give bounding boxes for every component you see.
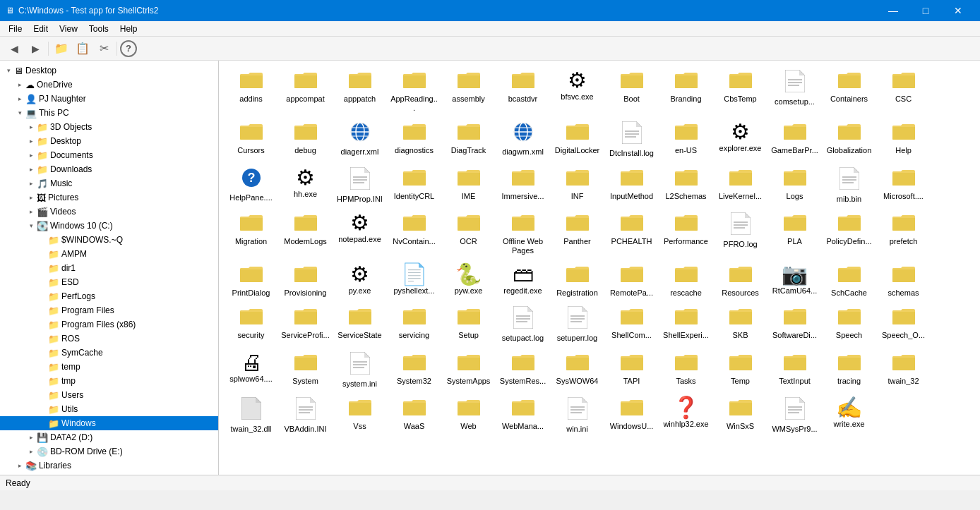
file-item[interactable]: InputMethod	[605, 164, 658, 207]
tree-toggle[interactable]: ▸	[25, 448, 37, 455]
file-item[interactable]: System	[279, 348, 332, 392]
file-item[interactable]: Setup	[442, 303, 495, 346]
file-item[interactable]: LiveKernel...	[714, 164, 767, 207]
file-item[interactable]: ⚙bfsvc.exe	[551, 66, 604, 116]
menu-view[interactable]: View	[54, 23, 83, 35]
file-item[interactable]: CSC	[877, 66, 930, 116]
tree-item[interactable]: 📁tmp	[0, 374, 218, 388]
file-item[interactable]: Branding	[659, 66, 712, 116]
menu-help[interactable]: Help	[114, 23, 143, 35]
tree-item[interactable]: ▸💾DATA2 (D:)	[0, 430, 218, 444]
tree-item[interactable]: ▾🖥Desktop	[0, 63, 218, 78]
file-item[interactable]: setuperr.log	[551, 303, 604, 346]
tree-toggle[interactable]: ▸	[25, 434, 37, 441]
file-item[interactable]: ServiceState	[333, 303, 386, 346]
file-item[interactable]: setupact.log	[496, 303, 549, 346]
tree-toggle[interactable]: ▸	[14, 81, 25, 88]
file-item[interactable]: assembly	[442, 66, 495, 116]
file-item[interactable]: system.ini	[333, 348, 386, 392]
file-item[interactable]: Resources	[714, 260, 767, 301]
file-item[interactable]: CbsTemp	[714, 66, 767, 116]
tree-item[interactable]: 📁ROS	[0, 332, 218, 346]
file-item[interactable]: GameBarPr...	[768, 118, 821, 162]
file-item[interactable]: servicing	[388, 303, 441, 346]
tree-item[interactable]: ▸📁3D Objects	[0, 120, 218, 134]
tree-toggle[interactable]: ▸	[25, 166, 37, 173]
file-item[interactable]: NvContain...	[388, 209, 441, 259]
file-item[interactable]: win.ini	[551, 394, 604, 437]
tree-toggle[interactable]: ▸	[25, 194, 37, 201]
file-item[interactable]: prefetch	[877, 209, 930, 259]
file-item[interactable]: VBAddin.INI	[279, 394, 332, 437]
tree-item[interactable]: 📁Users	[0, 388, 218, 402]
tree-item[interactable]: 📁ESD	[0, 275, 218, 289]
file-item[interactable]: Containers	[823, 66, 876, 116]
file-item[interactable]: AppReading...	[388, 66, 441, 116]
forward-button[interactable]: ▶	[25, 40, 45, 58]
file-item[interactable]: Web	[442, 394, 495, 437]
tree-item[interactable]: 📁$WINDOWS.~Q	[0, 233, 218, 247]
tree-toggle[interactable]: ▸	[25, 138, 37, 145]
file-item[interactable]: comsetup...	[768, 66, 821, 116]
file-item[interactable]: apppatch	[333, 66, 386, 116]
file-item[interactable]: SKB	[714, 303, 767, 346]
file-item[interactable]: Globalization	[823, 118, 876, 162]
copy-button[interactable]: 📋	[73, 40, 92, 58]
file-item[interactable]: Microsoft....	[877, 164, 930, 207]
close-button[interactable]: ✕	[942, 0, 974, 21]
file-item[interactable]: Speech_O...	[877, 303, 930, 346]
file-item[interactable]: Registration	[551, 260, 604, 301]
file-item[interactable]: Panther	[551, 209, 604, 259]
file-item[interactable]: tracing	[823, 348, 876, 392]
file-item[interactable]: ? HelpPane....	[225, 164, 277, 207]
tree-item[interactable]: 📁temp	[0, 360, 218, 374]
file-item[interactable]: Offline Web Pages	[496, 209, 549, 259]
file-item[interactable]: ServiceProfi...	[279, 303, 332, 346]
file-item[interactable]: SchCache	[823, 260, 876, 301]
tree-item[interactable]: ▾💽Windows 10 (C:)	[0, 219, 218, 233]
tree-item[interactable]: 📁Windows	[0, 416, 218, 430]
file-item[interactable]: TAPI	[605, 348, 658, 392]
file-item[interactable]: WinSxS	[714, 394, 767, 437]
file-item[interactable]: addins	[225, 66, 277, 116]
file-item[interactable]: ModemLogs	[279, 209, 332, 259]
menu-tools[interactable]: Tools	[83, 23, 114, 35]
file-item[interactable]: Temp	[714, 348, 767, 392]
file-item[interactable]: Help	[877, 118, 930, 162]
tree-item[interactable]: ▸🎵Music	[0, 176, 218, 190]
tree-toggle[interactable]: ▾	[14, 109, 25, 116]
tree-item[interactable]: 📁SymCache	[0, 346, 218, 360]
file-item[interactable]: Performance	[659, 209, 712, 259]
file-item[interactable]: SystemRes...	[496, 348, 549, 392]
file-item[interactable]: PCHEALTH	[605, 209, 658, 259]
tree-toggle[interactable]: ▾	[3, 67, 14, 74]
tree-item[interactable]: 📁Program Files (x86)	[0, 317, 218, 332]
file-item[interactable]: INF	[551, 164, 604, 207]
file-item[interactable]: L2Schemas	[659, 164, 712, 207]
file-item[interactable]: Migration	[225, 209, 277, 259]
file-item[interactable]: ⚙notepad.exe	[333, 209, 386, 259]
file-item[interactable]: PrintDialog	[225, 260, 277, 301]
file-item[interactable]: Boot	[605, 66, 658, 116]
file-item[interactable]: System32	[388, 348, 441, 392]
tree-item[interactable]: ▸👤PJ Naughter	[0, 92, 218, 106]
file-item[interactable]: appcompat	[279, 66, 332, 116]
file-item[interactable]: Logs	[768, 164, 821, 207]
tree-toggle[interactable]: ▸	[25, 123, 37, 130]
file-item[interactable]: RemotePa...	[605, 260, 658, 301]
file-item[interactable]: SysWOW64	[551, 348, 604, 392]
file-item[interactable]: diagnostics	[388, 118, 441, 162]
tree-toggle[interactable]: ▸	[25, 180, 37, 187]
file-item[interactable]: 📄pyshellext...	[388, 260, 441, 301]
tree-item[interactable]: 📁AMPM	[0, 247, 218, 261]
file-item[interactable]: ⚙py.exe	[333, 260, 386, 301]
file-item[interactable]: twain_32.dll	[225, 394, 277, 437]
file-item[interactable]: ShellCom...	[605, 303, 658, 346]
file-item[interactable]: 🗃regedit.exe	[496, 260, 549, 301]
help-button[interactable]: ?	[120, 40, 137, 57]
file-item[interactable]: rescache	[659, 260, 712, 301]
file-item[interactable]: en-US	[659, 118, 712, 162]
file-item[interactable]: WMSysPr9...	[768, 394, 821, 437]
file-item[interactable]: WebMana...	[496, 394, 549, 437]
file-item[interactable]: WaaS	[388, 394, 441, 437]
